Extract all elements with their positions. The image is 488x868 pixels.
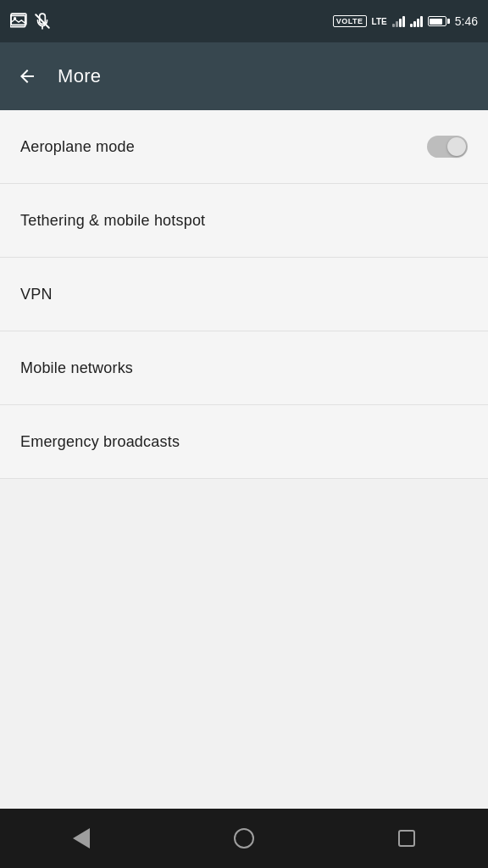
volte-indicator: VOLTE <box>333 15 367 27</box>
emergency-broadcasts-item[interactable]: Emergency broadcasts <box>0 405 488 479</box>
page-title: More <box>58 65 101 87</box>
tethering-hotspot-item[interactable]: Tethering & mobile hotspot <box>0 184 488 258</box>
home-nav-icon <box>234 828 254 849</box>
back-nav-button[interactable] <box>60 817 103 860</box>
emergency-broadcasts-label: Emergency broadcasts <box>20 433 180 451</box>
settings-list: Aeroplane mode Tethering & mobile hotspo… <box>0 110 488 809</box>
nav-bar <box>0 809 488 868</box>
tethering-hotspot-label: Tethering & mobile hotspot <box>20 212 205 230</box>
aeroplane-mode-label: Aeroplane mode <box>20 138 135 156</box>
vpn-label: VPN <box>20 286 53 303</box>
recents-nav-icon <box>398 830 415 847</box>
status-bar-right-icons: VOLTE LTE 5:46 <box>333 14 478 28</box>
signal-strength-2-icon <box>410 15 423 27</box>
status-bar: VOLTE LTE 5:46 <box>0 0 488 42</box>
recents-nav-button[interactable] <box>385 817 428 860</box>
signal-strength-icon <box>392 15 405 27</box>
mobile-networks-item[interactable]: Mobile networks <box>0 331 488 405</box>
home-nav-button[interactable] <box>223 817 265 860</box>
status-bar-left-icons <box>10 13 51 30</box>
gallery-icon <box>10 13 27 30</box>
aeroplane-mode-item[interactable]: Aeroplane mode <box>0 110 488 184</box>
app-bar: More <box>0 42 488 110</box>
battery-icon <box>428 16 450 26</box>
back-button[interactable] <box>17 66 37 86</box>
lte-indicator: LTE <box>372 17 387 26</box>
clock: 5:46 <box>455 14 478 28</box>
vpn-item[interactable]: VPN <box>0 258 488 331</box>
toggle-thumb <box>447 137 466 156</box>
back-nav-icon <box>73 828 90 849</box>
mobile-networks-label: Mobile networks <box>20 359 133 377</box>
mic-mute-icon <box>34 13 51 30</box>
aeroplane-mode-toggle[interactable] <box>427 136 468 158</box>
